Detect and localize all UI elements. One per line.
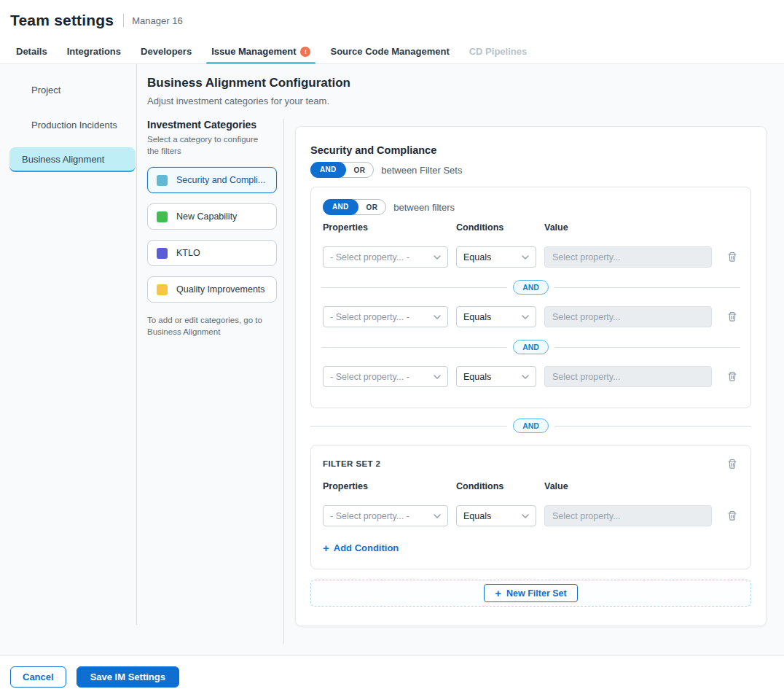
save-im-settings-button[interactable]: Save IM Settings — [77, 666, 179, 688]
conditions-column-header: Conditions — [456, 481, 536, 491]
settings-sidebar: Project Production Incidents Business Al… — [0, 64, 137, 655]
operator-suffix-label: between filters — [393, 202, 455, 213]
sidebar-item-project[interactable]: Project — [9, 77, 136, 102]
plus-icon: + — [495, 588, 501, 599]
and-connector-chip: AND — [513, 340, 549, 354]
condition-select[interactable]: Equals — [456, 366, 536, 387]
and-or-toggle-filter-sets[interactable]: AND OR — [310, 162, 374, 178]
category-ktlo[interactable]: KTLO — [147, 240, 277, 266]
filter-connector: AND — [321, 280, 740, 295]
tab-label: Integrations — [67, 46, 121, 57]
add-condition-label: Add Condition — [334, 542, 399, 553]
category-color-swatch — [157, 175, 168, 186]
selected-category-title: Security and Compliance — [310, 144, 751, 156]
condition-select[interactable]: Equals — [456, 306, 536, 327]
and-or-toggle-filters[interactable]: AND OR — [323, 199, 386, 215]
chevron-down-icon — [434, 315, 441, 319]
property-select-value: - Select property... - — [330, 252, 409, 262]
property-select[interactable]: - Select property... - — [323, 505, 448, 526]
content-area: Project Production Incidents Business Al… — [0, 64, 784, 656]
property-select-value: - Select property... - — [330, 312, 409, 322]
column-headers: Properties Conditions Value — [323, 481, 739, 491]
conditions-column-header: Conditions — [456, 222, 536, 233]
condition-select[interactable]: Equals — [456, 246, 536, 268]
column-headers: Properties Conditions Value — [323, 222, 739, 233]
filter-set-header: FILTER SET 2 — [323, 457, 739, 471]
team-settings-page: Team settings Manager 16 Details Integra… — [0, 0, 784, 697]
value-input[interactable] — [544, 366, 712, 387]
filter-row: - Select property... - Equals — [323, 505, 739, 526]
delete-filter-button[interactable] — [726, 370, 739, 383]
trash-icon — [727, 252, 737, 262]
business-alignment-main: Business Alignment Configuration Adjust … — [137, 64, 784, 655]
tab-details[interactable]: Details — [13, 39, 50, 63]
delete-filter-set-button[interactable] — [726, 457, 739, 471]
categories-hint: Select a category to configure the filte… — [147, 134, 271, 157]
property-select[interactable]: - Select property... - — [323, 366, 448, 387]
condition-select[interactable]: Equals — [456, 505, 536, 526]
new-filter-set-dropzone: + New Filter Set — [310, 580, 751, 607]
category-label: Quality Improvements — [176, 284, 265, 295]
tab-label: Issue Management — [211, 46, 296, 57]
trash-icon — [727, 459, 737, 470]
categories-title: Investment Categories — [147, 119, 276, 131]
filter-set-connector: AND — [310, 418, 751, 433]
and-connector-chip: AND — [513, 418, 549, 433]
warning-badge-icon: ! — [300, 47, 310, 57]
tab-label: Details — [16, 46, 47, 57]
header-divider — [123, 14, 124, 27]
chevron-down-icon — [522, 255, 529, 260]
and-option[interactable]: AND — [310, 162, 346, 178]
sidebar-item-business-alignment[interactable]: Business Alignment — [9, 147, 136, 172]
property-select[interactable]: - Select property... - — [323, 246, 448, 268]
category-color-swatch — [157, 211, 168, 222]
tab-label: Developers — [141, 46, 192, 57]
condition-select-value: Equals — [463, 252, 491, 262]
delete-filter-button[interactable] — [726, 509, 739, 523]
filter-set-1: AND OR between filters Properties Condit… — [310, 187, 751, 408]
value-column-header: Value — [544, 481, 712, 491]
sidebar-item-production-incidents[interactable]: Production Incidents — [9, 112, 136, 137]
property-select[interactable]: - Select property... - — [323, 306, 448, 327]
condition-select-value: Equals — [463, 511, 491, 521]
chevron-down-icon — [522, 315, 529, 319]
value-input[interactable] — [544, 505, 712, 526]
filter-row: - Select property... - Equals — [323, 246, 739, 268]
delete-filter-button[interactable] — [726, 250, 739, 264]
config-columns: Investment Categories Select a category … — [147, 119, 767, 644]
page-title: Team settings — [10, 12, 114, 29]
category-quality-improvements[interactable]: Quality Improvements — [147, 276, 277, 303]
add-condition-button[interactable]: + Add Condition — [323, 542, 399, 553]
filter-row: - Select property... - Equals — [323, 306, 739, 327]
category-new-capability[interactable]: New Capability — [147, 203, 277, 230]
or-option[interactable]: OR — [346, 166, 374, 174]
category-security-and-compliance[interactable]: Security and Compli... — [147, 167, 277, 193]
tab-integrations[interactable]: Integrations — [64, 39, 124, 63]
new-filter-set-label: New Filter Set — [506, 588, 567, 599]
trash-icon — [727, 371, 737, 382]
filters-operator-row: AND OR between filters — [323, 199, 739, 215]
and-option[interactable]: AND — [323, 199, 358, 215]
property-select-value: - Select property... - — [330, 372, 409, 382]
tab-issue-management[interactable]: Issue Management ! — [208, 39, 313, 63]
value-input[interactable] — [544, 246, 712, 268]
delete-filter-button[interactable] — [726, 310, 739, 324]
tab-developers[interactable]: Developers — [138, 39, 195, 63]
filters-column: Security and Compliance AND OR between F… — [284, 119, 767, 644]
property-select-value: - Select property... - — [330, 511, 409, 521]
filter-set-title: FILTER SET 2 — [323, 457, 380, 468]
cancel-button[interactable]: Cancel — [10, 666, 66, 688]
actions-footer: Cancel Save IM Settings — [0, 656, 784, 697]
filter-row: - Select property... - Equals — [323, 366, 739, 387]
filter-set-2: FILTER SET 2 Properties Conditions Value — [310, 445, 751, 569]
chevron-down-icon — [522, 375, 529, 379]
or-option[interactable]: OR — [358, 203, 386, 211]
trash-icon — [727, 311, 737, 322]
value-input[interactable] — [544, 306, 712, 327]
filter-connector: AND — [321, 340, 740, 354]
section-subtitle: Adjust investment categories for your te… — [147, 96, 767, 106]
tab-source-code-management[interactable]: Source Code Management — [327, 39, 452, 63]
page-header: Team settings Manager 16 — [0, 0, 784, 39]
sidebar-item-label: Project — [31, 85, 60, 96]
new-filter-set-button[interactable]: + New Filter Set — [484, 584, 577, 602]
